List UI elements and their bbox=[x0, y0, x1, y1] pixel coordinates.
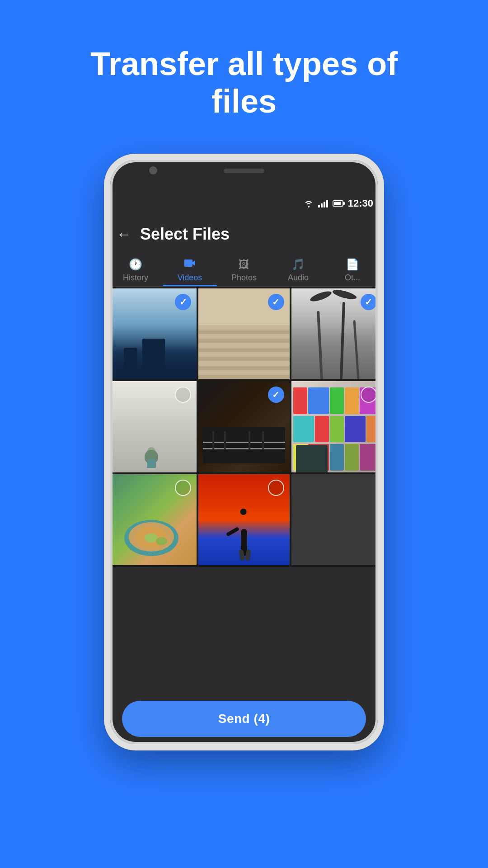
phone-screen: 12:30 ← Select Files 🕐 History bbox=[104, 192, 384, 750]
grid-cell-3[interactable]: ✓ bbox=[291, 288, 382, 379]
other-tab-icon: 📄 bbox=[346, 258, 359, 271]
back-button[interactable]: ← bbox=[117, 226, 131, 243]
svg-marker-1 bbox=[192, 260, 195, 266]
status-bar: 12:30 bbox=[104, 192, 384, 215]
status-time: 12:30 bbox=[348, 198, 373, 209]
history-tab-icon: 🕐 bbox=[129, 258, 142, 271]
svg-rect-0 bbox=[184, 259, 192, 267]
phone-wrapper: 12:30 ← Select Files 🕐 History bbox=[104, 154, 384, 750]
photos-tab-icon: 🖼 bbox=[239, 258, 249, 271]
media-grid: ✓ ✓ ✓ bbox=[104, 287, 384, 567]
other-tab-label: Ot... bbox=[345, 273, 360, 283]
audio-tab-icon: 🎵 bbox=[291, 258, 305, 271]
tab-audio[interactable]: 🎵 Audio bbox=[271, 254, 325, 286]
select-circle-5[interactable]: ✓ bbox=[268, 387, 284, 403]
headline: Transfer all types of files bbox=[54, 45, 434, 120]
phone-shell: 12:30 ← Select Files 🕐 History bbox=[104, 154, 384, 750]
grid-cell-7[interactable] bbox=[106, 474, 197, 565]
tab-history[interactable]: 🕐 History bbox=[108, 254, 163, 286]
select-circle-8[interactable] bbox=[268, 480, 284, 496]
tab-videos[interactable]: Videos bbox=[163, 254, 217, 286]
phone-hardware-top bbox=[104, 154, 384, 192]
bottom-bar: Send (4) bbox=[104, 701, 384, 737]
photos-tab-label: Photos bbox=[231, 273, 257, 283]
history-tab-label: History bbox=[123, 273, 148, 283]
grid-cell-5[interactable]: ✓ bbox=[198, 381, 289, 472]
select-circle-7[interactable] bbox=[175, 480, 191, 496]
grid-cell-9 bbox=[291, 474, 382, 565]
select-circle-3[interactable]: ✓ bbox=[361, 294, 377, 310]
grid-cell-4[interactable] bbox=[106, 381, 197, 472]
grid-cell-2[interactable]: ✓ bbox=[198, 288, 289, 379]
videos-tab-icon bbox=[184, 258, 196, 271]
phone-camera bbox=[149, 166, 157, 175]
videos-tab-label: Videos bbox=[178, 273, 202, 283]
tab-photos[interactable]: 🖼 Photos bbox=[217, 254, 271, 286]
app-bar: ← Select Files bbox=[104, 215, 384, 254]
phone-speaker bbox=[224, 169, 264, 173]
select-circle-2[interactable]: ✓ bbox=[268, 294, 284, 310]
signal-icon bbox=[318, 199, 328, 208]
battery-icon bbox=[333, 200, 343, 207]
grid-cell-8[interactable] bbox=[198, 474, 289, 565]
wifi-icon bbox=[304, 199, 314, 208]
send-button[interactable]: Send (4) bbox=[122, 701, 366, 737]
tab-other[interactable]: 📄 Ot... bbox=[325, 254, 380, 286]
audio-tab-label: Audio bbox=[288, 273, 309, 283]
app-title: Select Files bbox=[140, 225, 230, 244]
grid-cell-1[interactable]: ✓ bbox=[106, 288, 197, 379]
tabs-bar: 🕐 History Videos 🖼 Photos bbox=[104, 254, 384, 287]
grid-cell-6[interactable] bbox=[291, 381, 382, 472]
